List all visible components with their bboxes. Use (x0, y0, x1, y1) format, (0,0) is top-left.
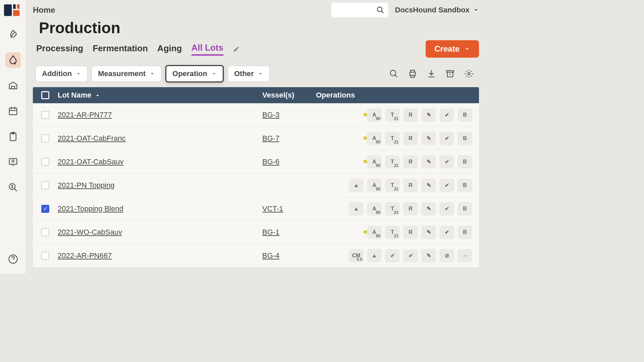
lot-name-link[interactable]: 2022-AR-PN667 (58, 251, 165, 260)
operation-badge[interactable]: CM0.5 (349, 249, 364, 262)
lot-name-link[interactable]: 2021-OAT-CabSauv (58, 158, 165, 166)
filter-measurement[interactable]: Measurement (92, 66, 161, 82)
vessel-link[interactable]: VCT-1 (262, 204, 316, 213)
col-vessel[interactable]: Vessel(s) (262, 91, 316, 100)
operation-badge[interactable]: B (458, 226, 472, 239)
operation-badge[interactable]: ▲ (349, 179, 364, 192)
operation-badge[interactable]: R (403, 155, 418, 169)
clipboard-icon[interactable] (5, 129, 21, 144)
operation-badge[interactable]: ✎ (421, 155, 436, 169)
dollar-search-icon[interactable] (5, 180, 21, 195)
operation-badge[interactable]: ✎ (421, 202, 436, 216)
operations-cell: A90T21R✎✔B (316, 132, 479, 145)
lot-name-link[interactable]: 2021-PN Topping (58, 181, 165, 190)
operation-badge[interactable]: A90 (367, 179, 382, 192)
search-icon[interactable] (389, 69, 398, 78)
inventory-icon[interactable] (5, 154, 21, 170)
operation-badge[interactable]: T21 (385, 108, 400, 122)
operation-badge[interactable]: ✔ (439, 132, 454, 145)
operation-badge[interactable]: R (403, 202, 418, 216)
operation-badge[interactable]: ⊘ (439, 249, 454, 262)
vessel-link[interactable]: BG-7 (262, 134, 316, 143)
calendar-icon[interactable] (5, 103, 21, 119)
operation-badge[interactable]: A90 (367, 108, 382, 122)
operation-badge[interactable]: → (458, 249, 472, 262)
help-icon[interactable] (5, 251, 21, 267)
warehouse-icon[interactable] (5, 78, 21, 93)
operation-badge[interactable]: T21 (385, 132, 400, 145)
operation-badge[interactable]: ✔ (439, 179, 454, 192)
col-operations[interactable]: Operations (316, 91, 479, 100)
operation-badge[interactable]: R (403, 226, 418, 239)
print-icon[interactable] (408, 69, 417, 78)
lot-name-link[interactable]: 2021-WO-CabSauv (58, 228, 165, 237)
account-menu[interactable]: DocsHound Sandbox (395, 6, 479, 14)
operation-badge[interactable]: A90 (367, 132, 382, 145)
vessel-link[interactable]: BG-6 (262, 158, 316, 166)
col-lot-name[interactable]: Lot Name (58, 91, 165, 100)
operation-badge[interactable]: ▲ (349, 202, 364, 216)
tab-processing[interactable]: Processing (36, 43, 83, 55)
row-checkbox[interactable] (33, 181, 58, 189)
leaf-icon[interactable] (5, 27, 21, 42)
account-name: DocsHound Sandbox (395, 6, 470, 14)
drop-icon[interactable] (5, 52, 21, 68)
operation-badge[interactable]: B (458, 108, 472, 122)
operation-badge[interactable]: ✔ (439, 155, 454, 169)
create-button[interactable]: Create (426, 40, 479, 58)
filter-operation[interactable]: Operation (165, 65, 224, 82)
vessel-link[interactable]: BG-1 (262, 228, 316, 237)
lot-name-link[interactable]: 2021-OAT-CabFranc (58, 134, 165, 143)
row-checkbox[interactable] (33, 252, 58, 260)
operation-badge[interactable]: R (403, 179, 418, 192)
row-checkbox[interactable] (33, 158, 58, 166)
operation-badge[interactable]: ▲ (367, 249, 382, 262)
operation-badge[interactable]: ✎ (421, 179, 436, 192)
operation-badge[interactable]: ✎ (421, 226, 436, 239)
app-logo[interactable] (3, 3, 23, 17)
lot-name-link[interactable]: 2021-Topping Blend (58, 204, 165, 213)
operation-badge[interactable]: ✎ (421, 108, 436, 122)
operation-badge[interactable]: T21 (385, 179, 400, 192)
operation-badge[interactable]: T21 (385, 202, 400, 216)
row-checkbox[interactable]: ✓ (33, 205, 58, 213)
row-checkbox[interactable] (33, 111, 58, 119)
pencil-icon[interactable] (233, 45, 240, 53)
operation-badge[interactable]: B (458, 179, 472, 192)
select-all-checkbox[interactable] (33, 91, 58, 99)
operation-badge[interactable]: ✎ (421, 132, 436, 145)
operation-badge[interactable]: B (458, 132, 472, 145)
tab-aging[interactable]: Aging (157, 43, 182, 55)
operation-badge[interactable]: B (458, 202, 472, 216)
row-checkbox[interactable] (33, 228, 58, 236)
tab-fermentation[interactable]: Fermentation (93, 43, 148, 55)
operation-badge[interactable]: ✔ (439, 226, 454, 239)
gear-icon[interactable] (464, 69, 474, 78)
operation-badge[interactable]: ✔ (439, 108, 454, 122)
operation-badge[interactable]: A90 (367, 226, 382, 239)
operation-badge[interactable]: T21 (385, 226, 400, 239)
row-checkbox[interactable] (33, 134, 58, 142)
download-icon[interactable] (427, 69, 436, 78)
global-search[interactable] (331, 3, 388, 17)
operation-badge[interactable]: R (403, 108, 418, 122)
operation-badge[interactable]: ✎ (421, 249, 436, 262)
vessel-link[interactable]: BG-3 (262, 111, 316, 119)
operation-badge[interactable]: A90 (367, 202, 382, 216)
operation-badge[interactable]: B (458, 155, 472, 169)
operations-cell: A90T21R✎✔B (316, 155, 479, 169)
vessel-link[interactable]: BG-4 (262, 251, 316, 260)
operation-badge[interactable]: ✔ (439, 202, 454, 216)
filter-other[interactable]: Other (228, 66, 270, 82)
archive-icon[interactable] (445, 69, 455, 78)
lot-name-link[interactable]: 2021-AR-PN777 (58, 111, 165, 119)
operation-badge[interactable]: ✔ (385, 249, 400, 262)
tab-all-lots[interactable]: All Lots (192, 43, 223, 56)
operation-badge[interactable]: R (403, 132, 418, 145)
operation-badge[interactable]: ✔ (403, 249, 418, 262)
operation-badge[interactable]: T21 (385, 155, 400, 169)
operation-badge[interactable]: A90 (367, 155, 382, 169)
search-icon (376, 6, 384, 14)
filter-addition[interactable]: Addition (36, 66, 88, 82)
breadcrumb[interactable]: Home (33, 5, 55, 15)
